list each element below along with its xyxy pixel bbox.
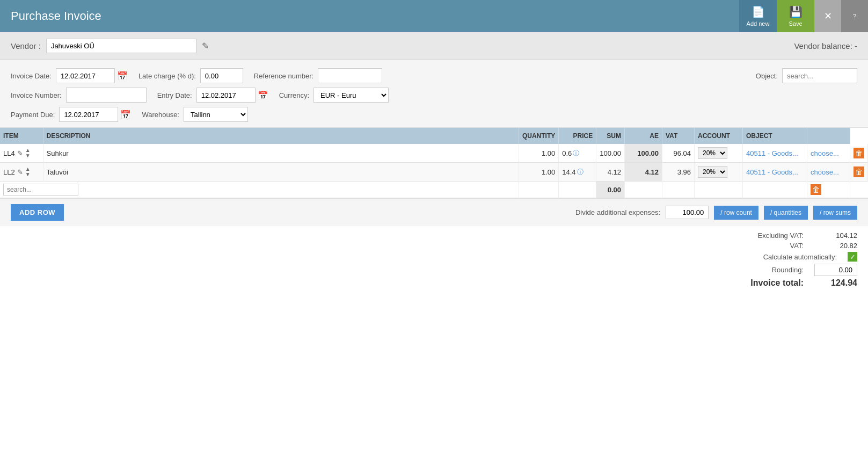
add-row-button[interactable]: ADD ROW bbox=[11, 204, 64, 221]
add-new-button[interactable]: 📄 Add new bbox=[739, 0, 777, 32]
totals-section: Excluding VAT: 104.12 VAT: 20.82 Calcula… bbox=[0, 226, 868, 293]
cell-price-1: 14.4 ⓘ bbox=[559, 163, 596, 182]
form-area: Invoice Date: 📅 Late charge (% d): Refer… bbox=[0, 60, 868, 128]
ae-value-0: 96.04 bbox=[673, 149, 691, 157]
quantities-button[interactable]: / quantities bbox=[764, 206, 808, 220]
table-header: ITEM DESCRIPTION QUANTITY PRICE SUM AE V… bbox=[0, 128, 868, 144]
ae-value-1: 3.96 bbox=[677, 168, 691, 176]
cell-vat-0: 20% 0% 9% bbox=[695, 144, 743, 163]
vendor-input[interactable] bbox=[46, 39, 196, 53]
col-account: ACCOUNT bbox=[695, 128, 743, 144]
entry-date-group: Entry Date: 📅 bbox=[157, 88, 268, 103]
payment-due-input[interactable] bbox=[59, 107, 118, 122]
help-button[interactable]: ? bbox=[841, 0, 868, 32]
currency-label: Currency: bbox=[279, 91, 309, 99]
vendor-edit-icon[interactable]: ✎ bbox=[202, 41, 209, 51]
cell-vat-1: 20% 0% 9% bbox=[695, 163, 743, 182]
cell-desc-1: Taluvõi bbox=[43, 163, 519, 182]
invoice-date-calendar-icon[interactable]: 📅 bbox=[117, 71, 128, 81]
cell-item-1: LL2 ✎ ▲▼ bbox=[0, 163, 43, 182]
object-link-0[interactable]: choose... bbox=[811, 149, 839, 157]
empty-cell-1 bbox=[519, 182, 558, 198]
invoice-number-input[interactable] bbox=[66, 88, 147, 103]
item-edit-icon-1[interactable]: ✎ bbox=[17, 168, 23, 176]
cell-delete-1: 🗑 bbox=[850, 163, 868, 182]
item-search-input[interactable] bbox=[3, 184, 78, 195]
calculate-auto-row: Calculate automatically: ✓ bbox=[696, 252, 857, 262]
invoice-date-group: Invoice Date: 📅 bbox=[11, 68, 128, 83]
reference-number-group: Reference number: bbox=[254, 68, 382, 83]
page-title: Purchase Invoice bbox=[11, 9, 101, 23]
item-sort-icon-1[interactable]: ▲▼ bbox=[25, 166, 31, 177]
sum-bold-value-1: 4.12 bbox=[645, 168, 659, 176]
col-ae: AE bbox=[625, 128, 662, 144]
warehouse-group: Warehouse: Tallinn Tartu Narva bbox=[142, 107, 248, 122]
empty-cell-2 bbox=[559, 182, 596, 198]
warehouse-select[interactable]: Tallinn Tartu Narva bbox=[184, 107, 248, 122]
entry-date-input[interactable] bbox=[196, 88, 256, 103]
rounding-input[interactable] bbox=[814, 264, 857, 276]
item-value-1: LL2 bbox=[3, 168, 15, 176]
sum-plain-value-0: 100.00 bbox=[600, 149, 621, 157]
save-button[interactable]: 💾 Save bbox=[777, 0, 814, 32]
excluding-vat-value: 104.12 bbox=[814, 231, 857, 240]
row-count-button[interactable]: / row count bbox=[714, 206, 758, 220]
late-charge-label: Late charge (% d): bbox=[138, 72, 196, 80]
cell-qty-0: 1.00 bbox=[519, 144, 558, 163]
item-sort-icon-0[interactable]: ▲▼ bbox=[25, 148, 31, 158]
bottom-bar: ADD ROW Divide additional expenses: / ro… bbox=[0, 198, 868, 226]
item-edit-icon-0[interactable]: ✎ bbox=[17, 149, 23, 157]
vat-select-0[interactable]: 20% 0% 9% bbox=[698, 147, 727, 159]
table-body: LL4 ✎ ▲▼ Suhkur 1.00 0.6 ⓘ bbox=[0, 144, 868, 198]
vat-value: 20.82 bbox=[814, 242, 857, 250]
vat-select-1[interactable]: 20% 0% 9% bbox=[698, 166, 727, 178]
empty-cell-4 bbox=[662, 182, 695, 198]
object-label: Object: bbox=[756, 72, 778, 80]
object-input[interactable] bbox=[782, 68, 857, 83]
header: Purchase Invoice 📄 Add new 💾 Save ✕ ? bbox=[0, 0, 868, 32]
currency-select[interactable]: EUR - Euru USD - Dollar GBP - Pound bbox=[313, 88, 389, 103]
cell-sum-plain-1: 4.12 bbox=[596, 163, 625, 182]
cell-desc-0: Suhkur bbox=[43, 144, 519, 163]
cell-item-0: LL4 ✎ ▲▼ bbox=[0, 144, 43, 163]
invoice-date-label: Invoice Date: bbox=[11, 72, 52, 80]
reference-number-input[interactable] bbox=[318, 68, 382, 83]
invoice-date-input[interactable] bbox=[56, 68, 115, 83]
row-sums-button[interactable]: / row sums bbox=[813, 206, 857, 220]
help-label: ? bbox=[853, 13, 856, 19]
warehouse-label: Warehouse: bbox=[142, 111, 179, 119]
cell-ae-1: 3.96 bbox=[662, 163, 695, 182]
account-link-0[interactable]: 40511 - Goods... bbox=[746, 149, 798, 157]
close-button[interactable]: ✕ bbox=[814, 0, 841, 32]
divide-expenses-label: Divide additional expenses: bbox=[575, 208, 660, 216]
col-vat: VAT bbox=[662, 128, 695, 144]
entry-date-calendar-icon[interactable]: 📅 bbox=[258, 90, 268, 100]
vendor-bar: Vendor : ✎ Vendor balance: - bbox=[0, 32, 868, 60]
save-label: Save bbox=[789, 20, 802, 27]
cell-qty-1: 1.00 bbox=[519, 163, 558, 182]
add-new-icon: 📄 bbox=[752, 5, 765, 18]
price-icon-0[interactable]: ⓘ bbox=[573, 149, 579, 158]
delete-button-0[interactable]: 🗑 bbox=[854, 148, 864, 158]
divide-expenses-input[interactable] bbox=[666, 206, 709, 219]
cell-object-0: choose... bbox=[807, 144, 850, 163]
vendor-left: Vendor : ✎ bbox=[11, 39, 209, 53]
entry-date-field: 📅 bbox=[196, 88, 268, 103]
new-row-sum-value: 0.00 bbox=[608, 186, 621, 194]
calculate-auto-checkbox[interactable]: ✓ bbox=[848, 252, 857, 262]
cell-sum-bold-1: 4.12 bbox=[625, 163, 662, 182]
empty-cell-3 bbox=[625, 182, 662, 198]
rounding-row: Rounding: bbox=[696, 264, 857, 276]
object-link-1[interactable]: choose... bbox=[811, 168, 839, 176]
price-value-0: 0.6 bbox=[562, 149, 572, 157]
price-icon-1[interactable]: ⓘ bbox=[577, 168, 583, 177]
cell-delete-0: 🗑 bbox=[850, 144, 868, 163]
account-link-1[interactable]: 40511 - Goods... bbox=[746, 168, 798, 176]
reference-number-label: Reference number: bbox=[254, 72, 313, 80]
payment-due-calendar-icon[interactable]: 📅 bbox=[120, 110, 131, 120]
vat-row: VAT: 20.82 bbox=[696, 242, 857, 250]
payment-due-group: Payment Due: 📅 bbox=[11, 107, 131, 122]
delete-button-1[interactable]: 🗑 bbox=[854, 166, 864, 177]
late-charge-input[interactable] bbox=[200, 68, 243, 83]
delete-button-new[interactable]: 🗑 bbox=[811, 184, 821, 195]
